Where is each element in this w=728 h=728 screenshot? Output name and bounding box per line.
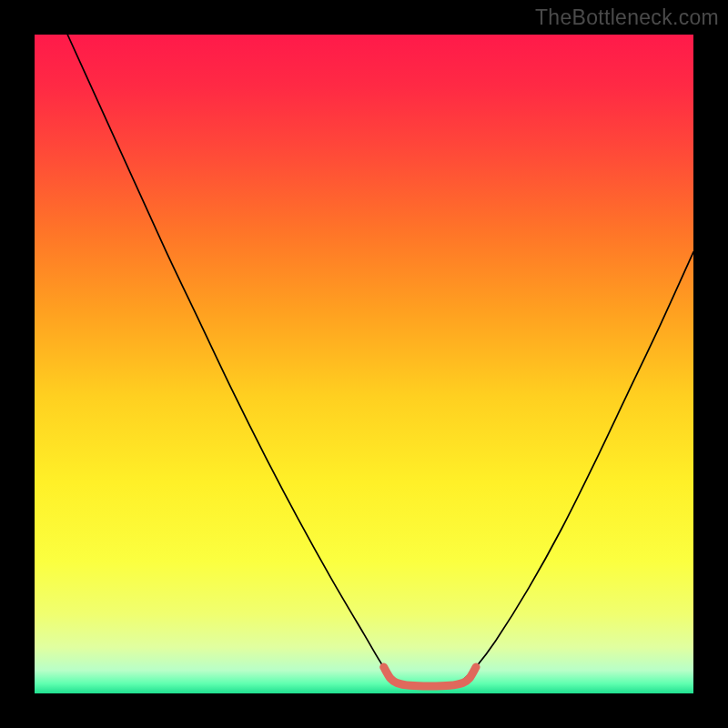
plot-area <box>35 35 693 693</box>
watermark-text: TheBottleneck.com <box>535 5 719 30</box>
chart-frame: TheBottleneck.com <box>0 0 728 728</box>
chart-svg <box>35 35 693 693</box>
gradient-background <box>35 35 693 693</box>
